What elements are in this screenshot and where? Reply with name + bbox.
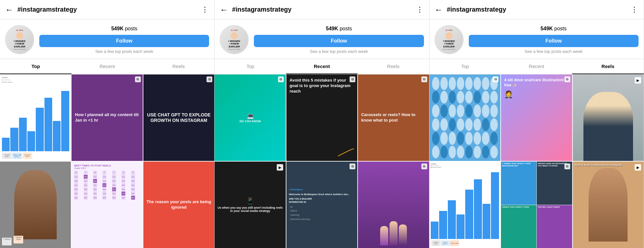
more-button-3[interactable]: ⋮ (631, 5, 639, 14)
analytics-post-1: Content All | Last Year ↓ Accounts reach… (0, 74, 71, 161)
follow-button-3[interactable]: Follow (469, 35, 639, 47)
chatgpt-text-1: USE CHAT GPT TO EXPLODE GROWTH ON INSTAG… (147, 112, 211, 123)
mini-cell-4: TESTING CHEAT SHEET (537, 205, 572, 248)
grid-item-1-3[interactable]: USE CHAT GPT TO EXPLODE GROWTH ON INSTAG… (143, 74, 214, 161)
back-button-3[interactable]: ← (435, 5, 443, 14)
brown-post-1: Carousels or reels? How to know what to … (358, 74, 429, 161)
tabs-2: Top Recent Reels (215, 59, 429, 74)
grid-item-3-4[interactable]: Content All | Last Year ↓ Accounts reach… (429, 162, 500, 248)
profile-section-2: IG TIPS I WISHEDI KNEWEARLIER all you ne… (215, 19, 429, 59)
grid-item-1-2[interactable]: How I planned all my content till Jan in… (72, 74, 142, 161)
chart-area-1 (338, 148, 354, 158)
avatar-3: IG TIPS I WISHEDI KNEWEARLIER all you ne… (435, 25, 464, 54)
hashtag-title-1: #instagramstrategy (17, 6, 201, 13)
profile-info-2: 549K posts Follow See a few top posts ea… (249, 26, 424, 54)
grid-item-2-5[interactable]: ● Buildspace Welcome to Buildspace Esut … (286, 162, 357, 248)
grid-item-3-6[interactable]: How to Build Community on Instagram ▶ (573, 162, 644, 248)
grid-item-3-3[interactable]: ▶ (573, 74, 644, 161)
grid-item-2-2[interactable]: Avoid this 5 mistakes if your goal is to… (286, 74, 357, 161)
tab-reels-2[interactable]: Reels (358, 59, 429, 74)
avatar-sub-2: all you need to know! (228, 48, 241, 50)
grid-item-2-3[interactable]: Carousels or reels? How to know what to … (358, 74, 429, 161)
grid-item-3-2[interactable]: 4 siti dove scaricare illustrazioni free… (501, 74, 572, 161)
hashtag-title-2: #instagramstrategy (232, 6, 416, 13)
tab-reels-1[interactable]: Reels (143, 59, 215, 74)
analytics3-post-1: Content All | Last Year ↓ Accounts reach… (429, 162, 500, 248)
michael-post-1 (573, 74, 644, 161)
build-list-1: · AI · Web3 · Gaming · Machine learning (289, 205, 310, 222)
avatar-sub-3: all you need to know! (443, 48, 455, 50)
reel-icon-3-6: ▶ (635, 164, 641, 171)
panel-2: ← #instagramstrategy ⋮ IG TIPS I WISHEDI… (215, 0, 429, 248)
profile-section-3: IG TIPS I WISHEDI KNEWEARLIER all you ne… (429, 19, 644, 59)
stack-icon-2-3: ⧉ (421, 76, 427, 82)
more-button-1[interactable]: ⋮ (201, 5, 209, 14)
mini-cell-1: 7 THINGS THAT AFFECT YOUR INSTAGRAM SEO (501, 162, 536, 205)
follow-button-2[interactable]: Follow (254, 35, 424, 47)
italian-post-1: 4 siti dove scaricare illustrazioni free… (501, 74, 572, 161)
grid-item-3-1[interactable]: ⧉ (429, 74, 500, 161)
header-2: ← #instagramstrategy ⋮ (215, 0, 429, 19)
tab-top-2[interactable]: Top (215, 59, 286, 74)
grid-item-2-1[interactable]: 💻 DO YOU KNOW ⧉ (215, 74, 285, 161)
stack-icon-3-5: ⧉ (564, 164, 570, 169)
tab-reels-3[interactable]: Reels (572, 59, 644, 74)
panel-3: ← #instagramstrategy ⋮ IG TIPS I WISHEDI… (429, 0, 644, 248)
hashtag-title-3: #instagramstrategy (447, 6, 631, 13)
purple-post-1: How I planned all my content till Jan in… (72, 74, 142, 161)
grid-item-2-6[interactable]: ⧉ (358, 162, 429, 248)
back-button-1[interactable]: ← (5, 5, 14, 14)
woman2-label-1: How to Build Community on Instagram (575, 164, 642, 166)
avatar-text-main-2: I WISHEDI KNEWEARLIER (228, 40, 240, 48)
tab-top-3[interactable]: Top (429, 59, 501, 74)
back-button-2[interactable]: ← (220, 5, 228, 14)
tab-recent-2[interactable]: Recent (286, 59, 358, 74)
grid-3: ⧉ 4 siti dove scaricare illustrazioni fr… (429, 74, 644, 248)
dots-post-1 (429, 74, 500, 161)
stack-icon-2-1: ⧉ (278, 76, 284, 82)
grid-item-1-6[interactable]: The reason your posts are being ignored (143, 162, 214, 248)
grid-item-3-5[interactable]: 7 THINGS THAT AFFECT YOUR INSTAGRAM SEO … (501, 162, 572, 248)
tab-recent-3[interactable]: Recent (501, 59, 572, 74)
grid-item-1-4[interactable]: 7 THINGS HIDDEN GEMS (0, 162, 71, 248)
grid-item-1-5[interactable]: BEST TIMES TO POST REELS Guide 2023 MTWT… (72, 162, 142, 248)
avatar-face-3 (446, 32, 453, 39)
avatar-face-2 (231, 32, 238, 39)
avatar-text-top-2: IG TIPS (231, 29, 238, 32)
see-top-posts-1: See a few top posts each week (39, 49, 209, 54)
tab-top-1[interactable]: Top (0, 59, 72, 74)
more-button-2[interactable]: ⋮ (416, 5, 424, 14)
purple-text-1: How I planned all my content till Jan in… (75, 112, 139, 123)
red-text-1: The reason your posts are being ignored (146, 199, 212, 210)
stack-icon-3-1: ⧉ (493, 76, 498, 82)
mini-cell-3: THINGS THAT AFFECT YOUR (501, 205, 536, 248)
avatar-face-1 (16, 32, 23, 39)
mini-grid-3-5: 7 THINGS THAT AFFECT YOUR INSTAGRAM SEO … (501, 162, 572, 248)
avoid-text-1: Avoid this 5 mistakes if your goal is to… (290, 78, 354, 94)
chatgpt-post-1: USE CHAT GPT TO EXPLODE GROWTH ON INSTAG… (143, 74, 214, 161)
build-post-1: ● Buildspace Welcome to Buildspace Esut … (286, 162, 357, 248)
avatar-1: IG TIPS I WISHEDI KNEWEARLIER all you ne… (5, 25, 34, 54)
header-3: ← #instagramstrategy ⋮ (429, 0, 644, 19)
stack-icon-1-3: ⧉ (207, 76, 212, 82)
best-times-post-1: BEST TIMES TO POST REELS Guide 2023 MTWT… (72, 162, 142, 248)
grid-item-1-1[interactable]: Content All | Last Year ↓ Accounts reach… (0, 74, 71, 161)
avatar-text-main-3: I WISHEDI KNEWEARLIER (443, 40, 455, 48)
best-times-title-1: BEST TIMES TO POST REELS (74, 164, 140, 167)
avoid-post-1: Avoid this 5 mistakes if your goal is to… (286, 74, 357, 161)
follow-button-1[interactable]: Follow (39, 35, 209, 47)
stack-icon-2-6: ⧉ (421, 164, 427, 169)
tab-recent-1[interactable]: Recent (72, 59, 143, 74)
stack-icon-1-2: ⧉ (135, 76, 141, 82)
posts-count-3: 549K posts (469, 26, 639, 32)
grid-item-2-4[interactable]: 📱 Us when you say you still aren't inclu… (215, 162, 285, 248)
tabs-3: Top Recent Reels (429, 59, 644, 74)
profile-section-1: IG TIPS I WISHEDI KNEWEARLIER all you ne… (0, 19, 214, 59)
avatar-2: IG TIPS I WISHEDI KNEWEARLIER all you ne… (220, 25, 249, 54)
red-post-1: The reason your posts are being ignored (143, 162, 214, 248)
avatar-text-main-1: I WISHEDI KNEWEARLIER (14, 40, 25, 48)
teal-post-1: 💻 DO YOU KNOW (215, 74, 285, 161)
reel-icon-2-4: ▶ (277, 164, 283, 171)
reel-icon-3-3: ▶ (635, 77, 641, 84)
brown-text-1: Carousels or reels? How to know what to … (361, 112, 426, 123)
